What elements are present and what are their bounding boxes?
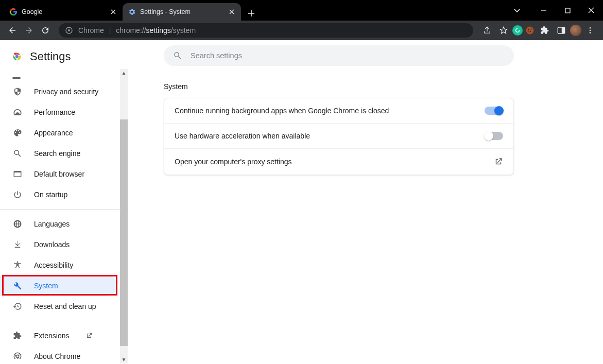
sidebar-item-search-engine[interactable]: Search engine [0, 143, 117, 164]
open-external-icon [494, 157, 503, 166]
row-proxy-settings[interactable]: Open your computer's proxy settings [164, 149, 513, 175]
sidebar-item-label: Search engine [34, 149, 80, 158]
svg-point-2 [526, 27, 534, 34]
svg-point-1 [68, 29, 70, 31]
settings-search-input[interactable] [189, 51, 505, 60]
search-icon [173, 51, 182, 60]
sidebar-item-label: Languages [34, 220, 70, 228]
sidebar-item-extensions[interactable]: Extensions [0, 325, 117, 346]
extensions-button[interactable] [537, 23, 553, 38]
browser-window-icon [12, 169, 23, 179]
window-maximize-button[interactable] [556, 3, 579, 18]
accessibility-icon [12, 260, 23, 270]
svg-point-6 [528, 31, 529, 32]
sidebar-item-label: Default browser [34, 170, 84, 178]
sidebar-item-label: Extensions [34, 332, 69, 340]
chrome-outline-icon [12, 351, 23, 359]
toggle-background-apps[interactable] [485, 107, 503, 115]
sidebar-item-reset[interactable]: Reset and clean up [0, 296, 117, 317]
sidebar-item-label: Reset and clean up [34, 302, 96, 310]
sidebar-item-label: On startup [34, 190, 67, 199]
window-controls [505, 0, 603, 21]
svg-rect-8 [562, 27, 565, 33]
power-icon [12, 189, 23, 200]
tab-close-icon[interactable] [228, 8, 236, 16]
sidebar-item-about[interactable]: About Chrome [0, 346, 117, 359]
sidebar-item-languages[interactable]: Languages [0, 214, 117, 234]
address-scheme: chrome:// [116, 26, 146, 34]
sidebar-separator [0, 209, 120, 210]
extension-grammarly-icon[interactable] [512, 25, 523, 36]
side-panel-button[interactable] [554, 23, 569, 38]
address-bar[interactable]: Chrome | chrome://settings/system [59, 23, 473, 38]
wrench-icon [12, 281, 23, 291]
chrome-logo-icon [11, 51, 23, 62]
site-info-icon[interactable] [65, 26, 73, 34]
sidebar-separator [0, 321, 120, 321]
chrome-menu-button[interactable] [582, 23, 598, 38]
row-hardware-acceleration: Use hardware acceleration when available [164, 124, 513, 149]
sidebar-item-downloads[interactable]: Downloads [0, 234, 117, 255]
window-minimize-button[interactable] [532, 3, 556, 18]
sidebar-item-performance[interactable]: Performance [0, 102, 117, 123]
sidebar-item-on-startup[interactable]: On startup [0, 184, 117, 205]
svg-point-11 [590, 32, 591, 33]
truncated-item-icon [12, 77, 21, 79]
settings-brand: Settings [0, 42, 128, 71]
svg-point-5 [530, 31, 531, 32]
download-icon [12, 239, 23, 250]
settings-favicon-icon [128, 8, 136, 16]
google-favicon-icon [9, 8, 18, 16]
address-path-bold: settings [146, 26, 171, 34]
open-external-icon [85, 332, 93, 339]
settings-title: Settings [30, 50, 71, 63]
toggle-hardware-acceleration[interactable] [485, 132, 503, 140]
system-settings-card: Continue running background apps when Go… [164, 98, 514, 175]
address-bar-text: Chrome | chrome://settings/system [78, 26, 196, 34]
new-tab-button[interactable] [244, 6, 259, 21]
sidebar-item-label: Performance [34, 108, 75, 116]
svg-rect-0 [565, 8, 570, 13]
address-path-tail: /system [171, 26, 196, 34]
sidebar-item-accessibility[interactable]: Accessibility [0, 255, 117, 275]
sidebar-item-label: Appearance [34, 129, 73, 137]
svg-point-3 [528, 29, 529, 30]
sidebar-item-label: Accessibility [34, 261, 73, 269]
puzzle-icon [12, 331, 23, 341]
tab-google[interactable]: Google [4, 3, 123, 21]
row-label: Continue running background apps when Go… [175, 107, 389, 115]
share-button[interactable] [479, 23, 495, 38]
svg-point-10 [590, 30, 591, 31]
sidebar-item-label: Downloads [34, 240, 70, 249]
tab-settings-system[interactable]: Settings - System [123, 3, 241, 21]
bookmark-button[interactable] [496, 23, 511, 38]
browser-toolbar: Chrome | chrome://settings/system [0, 21, 603, 40]
toolbar-right [479, 23, 598, 38]
svg-point-9 [590, 27, 591, 29]
settings-page: Settings ▲ ▼ Privacy and security Perfor… [0, 40, 603, 364]
sidebar-item-label: About Chrome [34, 352, 80, 359]
nav-back-button[interactable] [5, 23, 20, 38]
sidebar-item-system[interactable]: System [0, 275, 117, 296]
nav-forward-button[interactable] [22, 23, 36, 38]
row-background-apps: Continue running background apps when Go… [164, 98, 513, 124]
profile-avatar-button[interactable] [570, 25, 581, 36]
sidebar-list: Privacy and security Performance Appeara… [0, 71, 128, 359]
sidebar-item-appearance[interactable]: Appearance [0, 123, 117, 143]
window-close-button[interactable] [579, 3, 603, 18]
svg-point-4 [530, 28, 531, 29]
tab-google-title: Google [22, 8, 105, 15]
restore-icon [12, 301, 23, 311]
tab-settings-title: Settings - System [140, 8, 223, 15]
speedometer-icon [12, 107, 23, 117]
window-titlebar: Google Settings - System [0, 0, 603, 21]
settings-sidebar: Settings ▲ ▼ Privacy and security Perfor… [0, 40, 128, 364]
sidebar-item-privacy[interactable]: Privacy and security [0, 81, 117, 102]
sidebar-item-default-browser[interactable]: Default browser [0, 164, 117, 184]
tab-close-icon[interactable] [109, 8, 117, 16]
nav-reload-button[interactable] [38, 23, 53, 38]
tab-search-button[interactable] [505, 3, 529, 18]
row-label: Use hardware acceleration when available [175, 132, 310, 140]
extension-cookie-icon[interactable] [524, 24, 536, 37]
settings-search[interactable] [164, 45, 514, 66]
